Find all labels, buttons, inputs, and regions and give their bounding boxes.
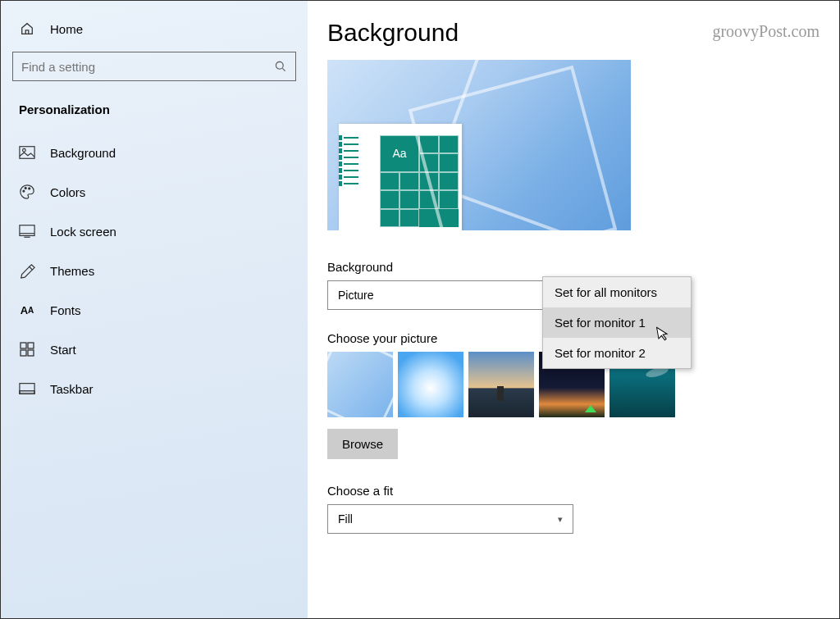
svg-point-6 xyxy=(29,188,30,189)
sidebar-item-label: Themes xyxy=(50,264,94,278)
sidebar-item-taskbar[interactable]: Taskbar xyxy=(12,369,296,408)
fonts-icon: AA xyxy=(19,302,35,318)
svg-point-5 xyxy=(25,187,26,189)
svg-rect-15 xyxy=(20,391,34,394)
choose-fit-label: Choose a fit xyxy=(327,484,819,498)
background-dropdown[interactable]: Picture ▾ xyxy=(327,280,573,310)
sidebar-item-background[interactable]: Background xyxy=(12,133,296,172)
themes-icon xyxy=(19,262,35,279)
sidebar-item-colors[interactable]: Colors xyxy=(12,172,296,212)
background-dropdown-value: Picture xyxy=(338,289,374,302)
sidebar-item-start[interactable]: Start xyxy=(12,330,296,369)
svg-rect-10 xyxy=(21,343,26,348)
sidebar-item-fonts[interactable]: AA Fonts xyxy=(12,290,296,330)
sidebar-item-lock-screen[interactable]: Lock screen xyxy=(12,212,296,251)
browse-button[interactable]: Browse xyxy=(327,429,398,459)
taskbar-icon xyxy=(19,380,35,397)
sidebar-item-label: Background xyxy=(50,146,116,160)
section-title: Personalization xyxy=(12,99,296,133)
context-menu-item-monitor-2[interactable]: Set for monitor 2 xyxy=(543,338,691,368)
fit-dropdown[interactable]: Fill ▾ xyxy=(327,504,573,534)
svg-rect-2 xyxy=(20,147,34,159)
sidebar: Home Personalization Background xyxy=(1,1,308,618)
svg-point-0 xyxy=(276,61,283,69)
palette-icon xyxy=(19,184,35,200)
background-field-label: Background xyxy=(327,260,819,274)
sidebar-item-label: Lock screen xyxy=(50,225,116,239)
sidebar-item-label: Start xyxy=(50,343,76,357)
thumbnail-3[interactable] xyxy=(468,352,534,417)
svg-rect-13 xyxy=(28,350,34,356)
fit-dropdown-value: Fill xyxy=(338,512,353,526)
watermark: groovyPost.com xyxy=(712,22,819,41)
sidebar-item-label: Fonts xyxy=(50,303,81,317)
context-menu-item-all-monitors[interactable]: Set for all monitors xyxy=(543,277,691,307)
start-icon xyxy=(19,341,35,357)
background-preview: Aa xyxy=(327,60,631,230)
svg-point-3 xyxy=(23,148,26,152)
search-icon xyxy=(274,60,287,73)
preview-sample-text: Aa xyxy=(380,135,419,172)
thumbnail-2[interactable] xyxy=(398,352,463,417)
home-label: Home xyxy=(50,22,83,36)
context-menu: Set for all monitors Set for monitor 1 S… xyxy=(542,276,692,369)
svg-line-1 xyxy=(282,68,285,71)
search-input[interactable] xyxy=(21,60,274,74)
home-icon xyxy=(19,20,35,37)
svg-rect-11 xyxy=(28,343,34,348)
sidebar-item-label: Colors xyxy=(50,185,85,199)
lockscreen-icon xyxy=(19,223,35,239)
sidebar-item-label: Taskbar xyxy=(50,382,94,396)
picture-icon xyxy=(19,144,35,161)
svg-rect-7 xyxy=(20,225,34,236)
thumbnail-1[interactable] xyxy=(327,352,393,417)
chevron-down-icon: ▾ xyxy=(558,514,563,525)
preview-window-mock: Aa xyxy=(339,124,462,230)
cursor-icon xyxy=(655,325,670,343)
home-link[interactable]: Home xyxy=(12,16,296,52)
svg-rect-12 xyxy=(21,350,26,356)
search-box[interactable] xyxy=(12,52,296,81)
sidebar-item-themes[interactable]: Themes xyxy=(12,251,296,290)
svg-point-4 xyxy=(23,190,25,192)
